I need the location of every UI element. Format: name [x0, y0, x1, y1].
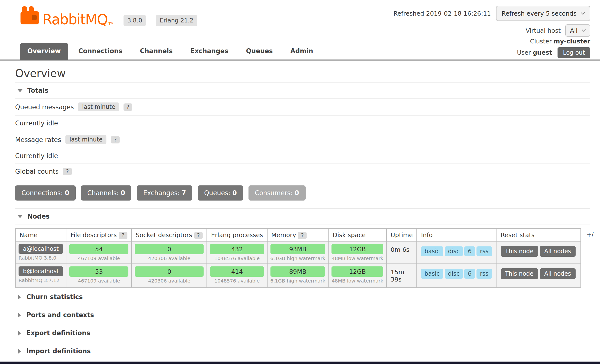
- erlang-processes-cell: 432 1048576 available: [207, 241, 267, 264]
- virtual-host-value: All: [570, 27, 578, 34]
- ports-and-contexts-section[interactable]: Ports and contexts: [15, 306, 590, 324]
- tab-admin[interactable]: Admin: [283, 43, 321, 60]
- totals-section-header[interactable]: Totals: [15, 82, 590, 99]
- tab-exchanges[interactable]: Exchanges: [183, 43, 236, 60]
- node-name-badge[interactable]: b@localhost: [19, 266, 63, 276]
- help-icon[interactable]: ?: [124, 103, 132, 111]
- refresh-interval-value: Refresh every 5 seconds: [502, 10, 577, 17]
- topbar: RabbitMQ TM 3.8.0 Erlang 21.2 Refreshed …: [0, 0, 600, 37]
- reset-this-node-button[interactable]: This node: [501, 268, 538, 279]
- connections-counter[interactable]: Connections:0: [15, 185, 76, 201]
- info-tag: 6: [465, 269, 475, 279]
- col-name: Name: [15, 229, 66, 241]
- watermark-label: 48MB low watermark: [332, 278, 383, 283]
- reset-stats-cell: This nodeAll nodes: [497, 264, 580, 288]
- exchanges-counter[interactable]: Exchanges:7: [137, 185, 192, 201]
- triangle-down-icon: [18, 89, 22, 92]
- tab-connections[interactable]: Connections: [71, 43, 130, 60]
- totals-section-title: Totals: [27, 87, 49, 94]
- global-counters: Connections:0 Channels:0 Exchanges:7 Que…: [15, 185, 590, 201]
- col-erlang-processes: Erlang processes: [207, 229, 267, 241]
- tab-queues[interactable]: Queues: [239, 43, 280, 60]
- usage-bar: 12GB: [332, 266, 383, 277]
- help-icon[interactable]: ?: [119, 232, 127, 239]
- available-label: 467109 available: [70, 256, 128, 261]
- usage-bar: 414: [210, 266, 264, 277]
- col-disk-space: Disk space: [329, 229, 386, 241]
- triangle-down-icon: [18, 215, 22, 218]
- available-label: 1048576 available: [210, 256, 264, 261]
- channels-counter[interactable]: Channels:0: [81, 185, 132, 201]
- triangle-right-icon: [18, 294, 21, 299]
- watermark-label: 48MB low watermark: [332, 256, 383, 261]
- usage-bar: 12GB: [332, 244, 383, 254]
- period-badge[interactable]: last minute: [66, 135, 107, 144]
- virtual-host-select[interactable]: All: [565, 24, 590, 37]
- node-name-cell: a@localhost RabbitMQ 3.8.0: [15, 241, 66, 264]
- help-icon[interactable]: ?: [111, 136, 120, 143]
- available-label: 420306 available: [135, 256, 204, 261]
- disk-space-cell: 12GB 48MB low watermark: [329, 241, 386, 264]
- message-rates-label: Message rates: [15, 136, 61, 143]
- cluster-user-block: Cluster my-cluster User guest Log out: [517, 38, 590, 60]
- nodes-header-row: Name File descriptors ? Socket descripto…: [15, 229, 580, 241]
- period-badge[interactable]: last minute: [78, 102, 119, 111]
- node-version: RabbitMQ 3.7.12: [19, 278, 63, 283]
- usage-bar: 93MB: [270, 244, 325, 254]
- counter-value: 0: [65, 189, 69, 197]
- import-definitions-section[interactable]: Import definitions: [15, 342, 590, 360]
- export-definitions-section[interactable]: Export definitions: [15, 324, 590, 342]
- node-version: RabbitMQ 3.8.0: [19, 255, 63, 261]
- col-socket-descriptors: Socket descriptors ?: [132, 229, 207, 241]
- section-title: Export definitions: [26, 329, 90, 337]
- column-selector-toggle[interactable]: +/-: [587, 228, 596, 238]
- help-icon[interactable]: ?: [194, 232, 203, 239]
- brand: RabbitMQ TM 3.8.0 Erlang 21.2: [20, 6, 197, 27]
- col-uptime: Uptime: [386, 229, 417, 241]
- nodes-table-wrap: Name File descriptors ? Socket descripto…: [15, 228, 590, 288]
- global-counts-label: Global counts: [15, 168, 59, 175]
- rabbitmq-management-page: RabbitMQ TM 3.8.0 Erlang 21.2 Refreshed …: [0, 0, 600, 364]
- node-row-b: b@localhost RabbitMQ 3.7.12 53 467109 av…: [15, 264, 580, 288]
- info-tag: rss: [476, 246, 492, 256]
- consumers-counter[interactable]: Consumers:0: [248, 185, 305, 201]
- message-rates-row: Message rates last minute ?: [15, 131, 590, 148]
- queues-counter[interactable]: Queues:0: [198, 185, 243, 201]
- tab-overview[interactable]: Overview: [20, 43, 68, 60]
- reset-this-node-button[interactable]: This node: [501, 246, 538, 257]
- reset-all-nodes-button[interactable]: All nodes: [540, 246, 576, 257]
- counter-label: Queues:: [204, 189, 230, 197]
- help-icon[interactable]: ?: [63, 168, 72, 175]
- node-row-a: a@localhost RabbitMQ 3.8.0 54 467109 ava…: [15, 241, 580, 264]
- user-line: User guest Log out: [517, 47, 590, 58]
- nodes-section-header[interactable]: Nodes: [15, 208, 590, 224]
- logout-button[interactable]: Log out: [558, 47, 590, 58]
- user-name: guest: [533, 49, 552, 56]
- refreshed-timestamp: Refreshed 2019-02-18 16:26:11: [393, 10, 491, 17]
- refresh-line: Refreshed 2019-02-18 16:26:11 Refresh ev…: [393, 6, 590, 21]
- counter-label: Exchanges:: [143, 189, 180, 197]
- help-icon[interactable]: ?: [298, 232, 307, 239]
- page-title: Overview: [15, 67, 590, 80]
- col-file-descriptors: File descriptors ?: [66, 229, 132, 241]
- section-title: Churn statistics: [26, 293, 83, 301]
- usage-bar: 0: [135, 266, 204, 277]
- info-tag: basic: [421, 269, 443, 279]
- counter-label: Consumers:: [255, 189, 293, 197]
- usage-bar: 53: [70, 266, 128, 277]
- tab-channels[interactable]: Channels: [133, 43, 180, 60]
- churn-statistics-section[interactable]: Churn statistics: [15, 288, 590, 306]
- available-label: 467109 available: [70, 278, 128, 283]
- reset-stats-cell: This nodeAll nodes: [497, 241, 580, 264]
- triangle-right-icon: [18, 331, 21, 335]
- memory-cell: 93MB 6.1GB high watermark: [267, 241, 329, 264]
- reset-all-nodes-button[interactable]: All nodes: [540, 268, 576, 279]
- erlang-processes-cell: 414 1048576 available: [207, 264, 267, 288]
- counter-value: 0: [121, 189, 125, 197]
- trademark-label: TM: [109, 22, 114, 26]
- refresh-interval-select[interactable]: Refresh every 5 seconds: [496, 6, 590, 21]
- queued-messages-label: Queued messages: [15, 103, 74, 111]
- triangle-right-icon: [18, 313, 21, 317]
- node-name-badge[interactable]: a@localhost: [19, 244, 63, 254]
- user-label: User: [517, 49, 531, 56]
